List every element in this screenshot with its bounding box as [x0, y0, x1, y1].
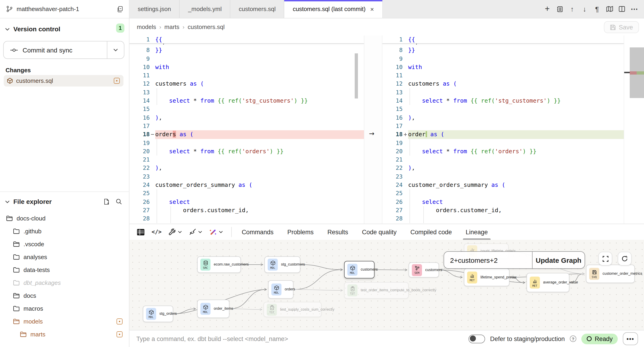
sem-chip-icon: SEM — [412, 264, 422, 276]
panel-tab-commands[interactable]: Commands — [242, 224, 274, 240]
code-line-10: 10with — [130, 63, 364, 71]
revert-change-icon[interactable]: → — [369, 130, 374, 137]
panel-tab-lineage[interactable]: Lineage — [466, 224, 488, 240]
lineage-node-order_items[interactable]: MDLorder_items — [197, 300, 230, 318]
sidebar-item-models[interactable]: models — [0, 315, 130, 328]
sidebar-item-dbt-packages[interactable]: dbt_packages — [0, 276, 130, 289]
version-control-header[interactable]: Version control 1 — [0, 23, 129, 35]
minimap-icon[interactable] — [606, 6, 613, 12]
panel-tab-code-quality[interactable]: Code quality — [362, 224, 397, 240]
lineage-node-orders[interactable]: MDLorders — [268, 280, 294, 299]
new-file-icon[interactable] — [103, 198, 110, 205]
code-line-23: 23 — [130, 173, 364, 181]
command-input[interactable]: Type a command, ex. dbt build --select <… — [136, 335, 288, 342]
lineage-node-stg_orders[interactable]: MDLstg_orders — [143, 306, 173, 322]
build-tools-group[interactable] — [168, 228, 182, 236]
lineage-canvas[interactable]: SRCecom.raw_customersMDLstg_customersMDL… — [130, 240, 644, 330]
compile-code-icon[interactable]: </> — [152, 229, 162, 235]
modified-indicator — [114, 78, 120, 84]
move-down-icon[interactable]: ↓ — [581, 5, 588, 13]
branch-name: matthewshaver-patch-1 — [16, 5, 79, 12]
lineage-node-customers_mdl[interactable]: MDLcustomers — [344, 261, 374, 279]
code-line-7: 7 ) — [382, 44, 624, 46]
lineage-edge — [294, 270, 342, 290]
sidebar-item-docs-cloud[interactable]: docs-cloud — [0, 212, 130, 225]
more-actions-icon[interactable]: ⋯ — [631, 4, 638, 13]
help-icon[interactable]: ? — [570, 336, 576, 342]
save-button[interactable]: Save — [604, 21, 639, 33]
sidebar-item--github[interactable]: .github — [0, 225, 130, 238]
lineage-node-label: stg_customers — [281, 262, 305, 267]
diff-overview-ruler[interactable] — [624, 35, 644, 224]
notebook-icon[interactable] — [556, 6, 564, 12]
lineage-selector-input[interactable]: 2+customers+2 — [444, 252, 532, 268]
format-tools-group[interactable] — [189, 228, 202, 236]
sidebar-item--vscode[interactable]: .vscode — [0, 238, 130, 250]
breadcrumb-file[interactable]: customers.sql — [188, 23, 224, 30]
lineage-node-src_raw_customers[interactable]: SRCecom.raw_customers — [197, 256, 241, 273]
file-tree-label: macros — [24, 305, 43, 312]
lineage-node-lifetime_spend[interactable]: METlifetime_spend_pretax — [464, 268, 510, 286]
preview-table-icon[interactable] — [137, 229, 145, 235]
move-up-icon[interactable]: ↑ — [568, 5, 576, 13]
src-chip-icon: SRC — [200, 259, 210, 271]
scrollbar-thumb[interactable] — [355, 53, 358, 98]
new-tab-icon[interactable]: + — [544, 4, 551, 14]
panel-tab-results[interactable]: Results — [328, 224, 348, 240]
commit-and-sync-button: Commit and sync — [3, 41, 124, 59]
file-tree-label: dbt_packages — [24, 279, 61, 286]
sidebar-item-data-tests[interactable]: data-tests — [0, 263, 130, 276]
pilcrow-icon[interactable]: ¶ — [593, 5, 601, 13]
defer-toggle[interactable] — [468, 334, 485, 343]
code-line-21: 21 — [130, 156, 364, 164]
commit-options-caret[interactable] — [107, 41, 124, 58]
tab-customers.sql[interactable]: customers.sql — [230, 0, 284, 18]
code-line-27: 27 orders.customer_id, — [382, 206, 624, 215]
lineage-node-test_supply[interactable]: TSTtest_supply_costs_sum_correctly — [264, 302, 322, 317]
diff-pane-original[interactable]: 1{{7 )8}}910with1112customers as (1314 s… — [130, 35, 364, 224]
copy-icon[interactable] — [116, 5, 124, 12]
pane-content: 1{{7 )8}}910with1112customers as (1314 s… — [130, 35, 364, 223]
bottom-panel-tabs: </> — [130, 224, 644, 240]
changed-file-row[interactable]: customers.sql — [4, 75, 124, 86]
status-circle-icon — [586, 336, 592, 342]
fullscreen-icon — [602, 256, 608, 262]
tab-customers.sql-last-commit-[interactable]: customers.sql (last commit)× — [284, 0, 383, 18]
status-label: Ready — [595, 335, 613, 342]
ai-fix-group[interactable] — [209, 228, 223, 236]
modified-indicator — [116, 331, 122, 337]
breadcrumb-models[interactable]: models — [137, 23, 156, 30]
refresh-button[interactable] — [618, 252, 632, 266]
folder-closed-icon — [13, 228, 20, 234]
clipped-line: 7 ) — [382, 44, 624, 46]
close-icon[interactable]: × — [370, 5, 374, 13]
update-graph-button[interactable]: Update Graph — [532, 252, 584, 268]
commit-and-sync-main[interactable]: Commit and sync — [4, 41, 107, 58]
code-line-12: 12customers as ( — [382, 80, 624, 88]
tab--models.yml[interactable]: _models.yml — [180, 0, 230, 18]
fullscreen-button[interactable] — [598, 252, 612, 266]
status-badge[interactable]: Ready — [581, 334, 618, 344]
lineage-node-test_order_items[interactable]: TSTtest_order_items_compute_to_bools_cor… — [344, 282, 408, 299]
lineage-node-com[interactable]: SVQcustomer_order_metrics — [586, 265, 635, 283]
lineage-node-customers_sem[interactable]: SEMcustomers — [408, 262, 439, 278]
file-explorer-header[interactable]: File explorer — [0, 195, 130, 208]
tab-settings.json[interactable]: settings.json — [130, 0, 180, 18]
sidebar-item-macros[interactable]: macros — [0, 302, 130, 315]
code-line-28: 28 — [382, 214, 624, 223]
lineage-node-avg_order[interactable]: METaverage_order_value — [526, 273, 569, 292]
lineage-node-stg_customers[interactable]: MDLstg_customers — [264, 256, 300, 273]
version-control-title: Version control — [13, 25, 60, 33]
panel-tab-problems[interactable]: Problems — [287, 224, 314, 240]
breadcrumb-marts[interactable]: marts — [164, 23, 180, 30]
search-icon[interactable] — [116, 198, 122, 205]
diff-pane-modified[interactable]: 1{{7 )8}}910with1112customers as (1314 s… — [382, 35, 624, 224]
split-editor-icon[interactable] — [618, 6, 626, 12]
sidebar-item-docs[interactable]: docs — [0, 289, 130, 302]
overflow-menu-button[interactable]: ••• — [623, 332, 638, 345]
panel-tab-compiled-code[interactable]: Compiled code — [410, 224, 452, 240]
sidebar-item-analyses[interactable]: analyses — [0, 250, 130, 263]
git-branch-icon — [6, 5, 13, 12]
sidebar-item-marts[interactable]: marts — [0, 328, 130, 341]
left-scrollbar[interactable] — [355, 44, 358, 224]
